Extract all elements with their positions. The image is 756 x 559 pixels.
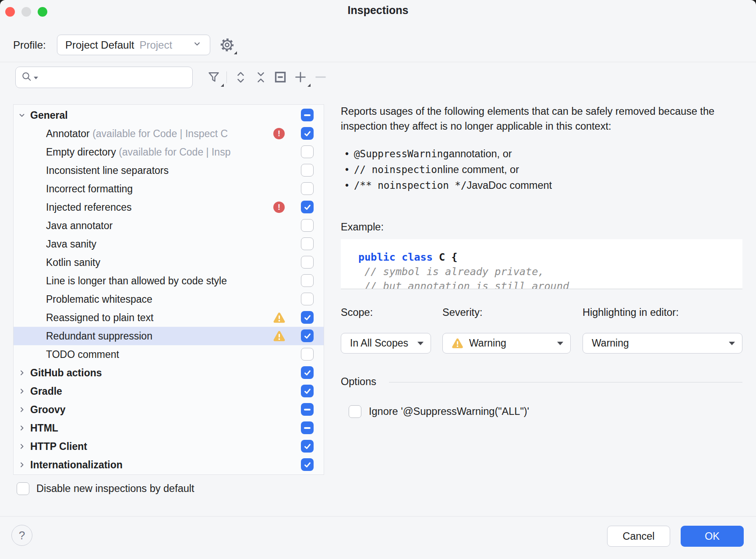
tree-item-label: Annotator (available for Code | Inspect …	[46, 124, 270, 143]
tree-item-checkbox-indeterminate[interactable]	[301, 421, 314, 434]
tree-item-label: Redundant suppression	[46, 327, 270, 345]
help-button[interactable]: ?	[11, 525, 32, 546]
search-input[interactable]	[15, 67, 193, 88]
severity-badge-slot	[271, 275, 287, 287]
cancel-button[interactable]: Cancel	[607, 526, 670, 547]
tree-item-checkbox-unchecked[interactable]	[301, 237, 314, 250]
severity-badge-slot	[271, 146, 287, 158]
tree-item-checkbox-indeterminate[interactable]	[301, 109, 314, 121]
tree-row-github-actions[interactable]: GitHub actions	[14, 364, 324, 382]
severity-badge-slot	[271, 330, 287, 342]
severity-badge-slot: !	[271, 201, 287, 213]
add-inspection-button[interactable]	[293, 70, 308, 86]
tree-row-annotator[interactable]: Annotator (available for Code | Inspect …	[14, 124, 324, 143]
chevron-right-icon[interactable]	[17, 460, 27, 472]
chevron-right-icon[interactable]	[17, 423, 27, 435]
ok-button[interactable]: OK	[681, 526, 744, 547]
severity-badge-slot	[271, 367, 287, 379]
tree-item-checkbox-unchecked[interactable]	[301, 348, 314, 361]
tree-row-line-is-longer-than-allowed-by-code-style[interactable]: Line is longer than allowed by code styl…	[14, 272, 324, 290]
toolbar-separator	[226, 71, 227, 83]
tree-row-groovy[interactable]: Groovy	[14, 400, 324, 419]
chevron-down-icon[interactable]	[17, 110, 27, 123]
tree-item-checkbox-unchecked[interactable]	[301, 182, 314, 195]
window-title: Inspections	[0, 4, 756, 17]
tree-item-label: Internationalization	[30, 456, 270, 474]
tree-item-checkbox-checked[interactable]	[301, 127, 314, 140]
tree-row-inconsistent-line-separators[interactable]: Inconsistent line separators	[14, 161, 324, 180]
tree-item-checkbox-checked[interactable]	[301, 329, 314, 342]
tree-row-redundant-suppression[interactable]: Redundant suppression	[14, 327, 324, 345]
tree-item-label: Java annotator	[46, 216, 270, 235]
tree-item-checkbox-unchecked[interactable]	[301, 145, 314, 158]
bullet-item: •/** noinspection */ JavaDoc comment	[345, 177, 552, 193]
filter-icon	[208, 71, 220, 85]
error-icon: !	[273, 202, 285, 213]
chevron-right-icon[interactable]	[17, 386, 27, 399]
severity-badge-slot	[271, 459, 287, 471]
disable-new-inspections-option[interactable]: Disable new inspections by default	[17, 482, 194, 495]
tree-item-checkbox-checked[interactable]	[301, 385, 314, 397]
tree-item-checkbox-checked[interactable]	[301, 440, 314, 453]
tree-item-checkbox-unchecked[interactable]	[301, 164, 314, 177]
tree-row-java-sanity[interactable]: Java sanity	[14, 235, 324, 253]
tree-item-label: Inconsistent line separators	[46, 161, 270, 180]
tree-row-html[interactable]: HTML	[14, 419, 324, 437]
severity-badge-slot	[271, 238, 287, 250]
tree-item-checkbox-checked[interactable]	[301, 458, 314, 471]
search-icon	[21, 71, 32, 84]
chevron-right-icon[interactable]	[17, 442, 27, 454]
tree-row-general[interactable]: General	[14, 106, 324, 124]
tree-item-checkbox-unchecked[interactable]	[301, 274, 314, 287]
tree-item-checkbox-unchecked[interactable]	[301, 219, 314, 232]
severity-badge-slot	[271, 109, 287, 121]
checkbox-unchecked[interactable]	[349, 405, 361, 418]
tree-row-problematic-whitespace[interactable]: Problematic whitespace	[14, 290, 324, 308]
profile-value: Project Default	[65, 39, 134, 51]
tree-row-gradle[interactable]: Gradle	[14, 382, 324, 400]
chevron-right-icon[interactable]	[17, 405, 27, 417]
tree-row-java-annotator[interactable]: Java annotator	[14, 216, 324, 235]
code-line: // symbol is already private,	[358, 265, 742, 279]
severity-dropdown[interactable]: Warning	[442, 333, 571, 354]
bullet-item: •@SuppressWarning annotation, or	[345, 146, 552, 162]
scope-label: Scope:	[341, 307, 373, 318]
chevron-right-icon[interactable]	[17, 368, 27, 380]
scope-dropdown[interactable]: In All Scopes	[341, 333, 431, 354]
expand-all-button[interactable]	[233, 70, 248, 86]
tree-row-reassigned-to-plain-text[interactable]: Reassigned to plain text	[14, 308, 324, 327]
tree-item-checkbox-checked[interactable]	[301, 201, 314, 213]
divider	[0, 62, 756, 62]
filter-button[interactable]	[206, 70, 222, 86]
inspections-tree: GeneralAnnotator (available for Code | I…	[13, 104, 324, 475]
add-icon	[294, 71, 307, 85]
ignore-suppresswarning-option[interactable]: Ignore '@SuppressWarning("ALL")'	[349, 405, 529, 418]
profile-select[interactable]: Project Default Project	[57, 35, 210, 55]
tree-item-checkbox-indeterminate[interactable]	[301, 403, 314, 416]
profile-settings-button[interactable]	[219, 38, 235, 53]
collapse-all-button[interactable]	[253, 70, 268, 86]
tree-row-todo-comment[interactable]: TODO comment	[14, 345, 324, 364]
severity-badge-slot	[271, 256, 287, 269]
checkbox-unchecked[interactable]	[17, 482, 29, 495]
tree-row-internationalization[interactable]: Internationalization	[14, 456, 324, 474]
description-bullets: •@SuppressWarning annotation, or •// noi…	[345, 146, 552, 193]
disable-inspection-button[interactable]	[272, 70, 288, 86]
search-options-caret-icon[interactable]	[34, 77, 38, 79]
tree-item-checkbox-unchecked[interactable]	[301, 293, 314, 305]
tree-row-empty-directory[interactable]: Empty directory (available for Code | In…	[14, 143, 324, 161]
highlighting-dropdown[interactable]: Warning	[583, 333, 742, 354]
tree-item-checkbox-checked[interactable]	[301, 311, 314, 324]
tree-row-http-client[interactable]: HTTP Client	[14, 437, 324, 456]
tree-row-kotlin-sanity[interactable]: Kotlin sanity	[14, 253, 324, 272]
remove-inspection-button[interactable]	[313, 70, 329, 86]
severity-badge-slot	[271, 164, 287, 177]
tree-item-label: TODO comment	[46, 345, 270, 364]
tree-row-incorrect-formatting[interactable]: Incorrect formatting	[14, 180, 324, 198]
options-rule	[389, 382, 742, 382]
tree-item-label: Reassigned to plain text	[46, 308, 270, 327]
tree-row-injected-references[interactable]: Injected references!	[14, 198, 324, 216]
tree-item-label: HTML	[30, 419, 270, 437]
tree-item-checkbox-checked[interactable]	[301, 366, 314, 379]
tree-item-checkbox-unchecked[interactable]	[301, 256, 314, 269]
